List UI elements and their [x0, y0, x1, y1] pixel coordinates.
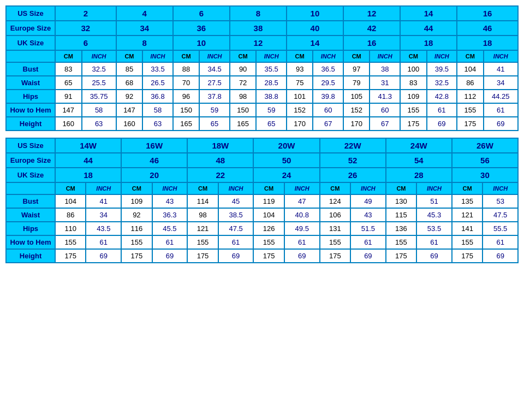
plus-size-table: US Size 14W 16W 18W 20W 22W 24W 26W Euro… [5, 138, 519, 263]
hips-row: Hips 91 35.75 92 36.8 96 37.8 98 38.8 10… [6, 90, 518, 103]
hips-inch-4: 38.8 [256, 90, 287, 103]
plus-hips-label: Hips [6, 222, 55, 235]
inch-header-3: INCH [199, 50, 230, 62]
plus-waist-inch-3: 38.5 [218, 208, 254, 222]
plus-us-size-20w: 20W [253, 138, 319, 153]
height-cm-5: 170 [287, 117, 313, 131]
uk-size-18a: 18 [400, 36, 457, 50]
hips-inch-7: 42.8 [427, 90, 457, 103]
cm-header-8: CM [457, 50, 484, 62]
us-size-12: 12 [343, 6, 400, 21]
plus-unit-header-empty [6, 182, 55, 194]
waist-label: Waist [6, 76, 55, 90]
waist-cm-1: 65 [55, 76, 82, 90]
height-inch-3: 65 [199, 117, 230, 131]
height-cm-1: 160 [55, 117, 82, 131]
plus-cm-header-6: CM [386, 182, 416, 194]
regular-size-table: US Size 2 4 6 8 10 12 14 16 Europe Size … [5, 5, 519, 131]
plus-height-inch-2: 69 [152, 249, 188, 263]
plus-eu-54: 54 [386, 153, 452, 168]
plus-bust-inch-5: 49 [350, 194, 386, 208]
plus-height-cm-2: 175 [121, 249, 152, 263]
plus-waist-inch-5: 43 [350, 208, 386, 222]
plus-height-cm-1: 175 [55, 249, 86, 263]
plus-cm-header-2: CM [121, 182, 152, 194]
bust-inch-5: 36.5 [313, 62, 343, 76]
plus-waist-cm-5: 106 [320, 208, 350, 222]
plus-hem-cm-7: 155 [452, 235, 483, 249]
plus-hips-cm-4: 126 [253, 222, 284, 235]
us-size-10: 10 [287, 6, 343, 21]
hem-cm-5: 152 [287, 103, 313, 117]
plus-uk-18: 18 [55, 168, 121, 182]
waist-inch-2: 26.5 [142, 76, 173, 90]
cm-header-3: CM [173, 50, 200, 62]
hem-cm-2: 147 [116, 103, 143, 117]
waist-inch-8: 34 [484, 76, 518, 90]
height-cm-8: 175 [457, 117, 484, 131]
eu-size-40: 40 [287, 21, 343, 36]
eu-size-46: 46 [457, 21, 518, 36]
inch-header-2: INCH [142, 50, 173, 62]
hem-inch-1: 58 [82, 103, 116, 117]
plus-bust-label: Bust [6, 194, 55, 208]
waist-cm-4: 72 [230, 76, 257, 90]
plus-bust-inch-3: 45 [218, 194, 254, 208]
plus-hem-cm-2: 155 [121, 235, 152, 249]
eu-size-32: 32 [55, 21, 116, 36]
plus-inch-header-5: INCH [350, 182, 386, 194]
plus-hem-inch-3: 61 [218, 235, 254, 249]
plus-hem-inch-7: 61 [483, 235, 518, 249]
plus-hips-inch-5: 51.5 [350, 222, 386, 235]
plus-waist-inch-6: 45.3 [416, 208, 452, 222]
waist-cm-6: 79 [343, 76, 370, 90]
plus-europe-size-label: Europe Size [6, 153, 55, 168]
height-inch-5: 67 [313, 117, 343, 131]
hips-cm-6: 105 [343, 90, 370, 103]
plus-inch-header-1: INCH [86, 182, 121, 194]
waist-inch-7: 32.5 [427, 76, 457, 90]
hips-inch-8: 44.25 [484, 90, 518, 103]
plus-waist-row: Waist 86 34 92 36.3 98 38.5 104 40.8 106… [6, 208, 518, 222]
hem-row: How to Hem 147 58 147 58 150 59 150 59 1… [6, 103, 518, 117]
hem-inch-7: 61 [427, 103, 457, 117]
bust-inch-2: 33.5 [142, 62, 173, 76]
plus-us-size-14w: 14W [55, 138, 121, 153]
eu-size-42: 42 [343, 21, 400, 36]
us-size-14: 14 [400, 6, 457, 21]
cm-header-1: CM [55, 50, 82, 62]
plus-hem-cm-5: 155 [320, 235, 350, 249]
hem-cm-6: 152 [343, 103, 370, 117]
plus-waist-inch-7: 47.5 [483, 208, 518, 222]
inch-header-5: INCH [313, 50, 343, 62]
plus-us-size-26w: 26W [452, 138, 518, 153]
plus-hips-inch-1: 43.5 [86, 222, 121, 235]
plus-height-inch-6: 69 [416, 249, 452, 263]
plus-bust-inch-6: 51 [416, 194, 452, 208]
waist-inch-6: 31 [370, 76, 400, 90]
plus-uk-size-label: UK Size [6, 168, 55, 182]
us-size-8: 8 [230, 6, 287, 21]
hem-inch-2: 58 [142, 103, 173, 117]
plus-cm-header-5: CM [320, 182, 350, 194]
plus-hem-inch-1: 61 [86, 235, 121, 249]
hips-inch-2: 36.8 [142, 90, 173, 103]
unit-header-empty [6, 50, 55, 62]
plus-us-size-row: US Size 14W 16W 18W 20W 22W 24W 26W [6, 138, 518, 153]
plus-hips-cm-6: 136 [386, 222, 416, 235]
hips-cm-7: 109 [400, 90, 427, 103]
bust-inch-8: 41 [484, 62, 518, 76]
plus-bust-cm-5: 124 [320, 194, 350, 208]
plus-waist-cm-3: 98 [187, 208, 218, 222]
plus-bust-cm-3: 114 [187, 194, 218, 208]
plus-height-cm-5: 175 [320, 249, 350, 263]
plus-waist-inch-4: 40.8 [284, 208, 320, 222]
hem-inch-3: 59 [199, 103, 230, 117]
cm-header-2: CM [116, 50, 143, 62]
cm-header-5: CM [287, 50, 313, 62]
plus-us-size-18w: 18W [187, 138, 253, 153]
plus-hem-inch-4: 61 [284, 235, 320, 249]
hips-inch-3: 37.8 [199, 90, 230, 103]
hem-inch-8: 61 [484, 103, 518, 117]
plus-inch-header-2: INCH [152, 182, 188, 194]
